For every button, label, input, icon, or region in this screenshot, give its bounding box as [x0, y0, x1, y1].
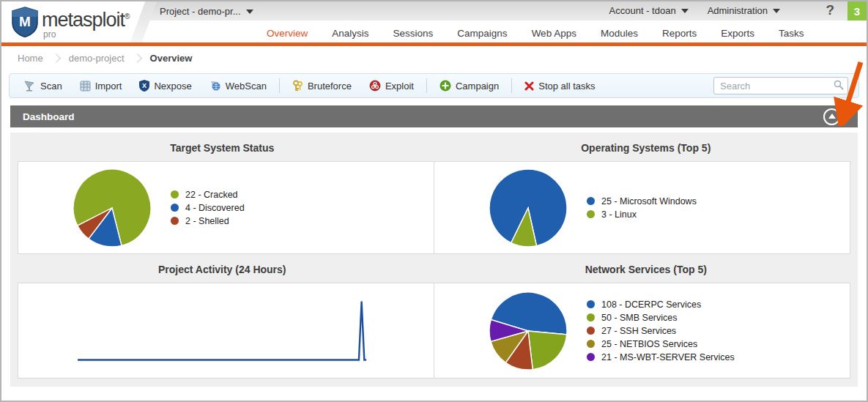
chart-row-1: 22 - Cracked4 - Discovered2 - Shelled 25…	[10, 161, 858, 254]
triangle-up-icon	[828, 113, 836, 119]
campaign-button[interactable]: Campaign	[431, 80, 508, 92]
legend-label: 21 - MS-WBT-SERVER Services	[601, 352, 735, 362]
metasploit-logo[interactable]: M metasploit® pro	[12, 7, 130, 39]
tab-sessions[interactable]: Sessions	[393, 28, 434, 39]
scan-icon	[24, 81, 36, 92]
legend-item: 25 - Microsoft Windows	[587, 196, 697, 206]
tab-reports[interactable]: Reports	[662, 28, 697, 39]
toolbar-separator	[279, 78, 280, 93]
collapse-dashboard-button[interactable]	[823, 108, 840, 125]
caret-down-icon	[246, 10, 253, 14]
stop-x-icon	[524, 81, 534, 91]
legend-label: 27 - SSH Services	[601, 326, 676, 336]
chart-title-target-system-status: Target System Status	[10, 133, 434, 161]
chevron-right-icon	[51, 53, 61, 63]
target-system-status-chart: 22 - Cracked4 - Discovered2 - Shelled	[18, 161, 434, 254]
administration-menu[interactable]: Administration	[708, 5, 780, 16]
tab-modules[interactable]: Modules	[601, 28, 638, 39]
tab-overview[interactable]: Overview	[267, 28, 308, 39]
svg-text:X: X	[142, 82, 146, 89]
account-menu[interactable]: Account - tdoan	[609, 5, 689, 16]
legend-dot-icon	[587, 197, 595, 205]
legend-item: 4 - Discovered	[171, 203, 245, 213]
chart-title-row: Target System Status Operating Systems (…	[10, 133, 858, 161]
operating-systems-chart: 25 - Microsoft Windows3 - Linux	[434, 161, 850, 254]
project-selector[interactable]: Project - demo-pr...	[160, 6, 253, 17]
brand-sub: pro	[43, 30, 130, 39]
search-icon[interactable]	[834, 80, 844, 90]
account-menu-label: Account - tdoan	[609, 5, 676, 16]
import-button[interactable]: Import	[71, 81, 131, 92]
search-input[interactable]	[713, 77, 848, 94]
caret-down-icon	[773, 9, 780, 13]
exploit-label: Exploit	[385, 81, 414, 92]
orange-accent-bar	[1, 42, 867, 46]
legend-label: 2 - Shelled	[185, 216, 229, 226]
legend-dot-icon	[587, 340, 595, 348]
legend-dot-icon	[587, 327, 595, 335]
chart-legend: 22 - Cracked4 - Discovered2 - Shelled	[171, 190, 245, 226]
stop-all-tasks-button[interactable]: Stop all tasks	[516, 81, 604, 92]
chart-title-operating-systems: Operating Systems (Top 5)	[434, 133, 858, 161]
legend-label: 3 - Linux	[601, 209, 637, 220]
tab-campaigns[interactable]: Campaigns	[457, 28, 507, 39]
breadcrumb-project[interactable]: demo-project	[69, 53, 125, 64]
chart-row-2: 108 - DCERPC Services50 - SMB Services27…	[10, 283, 858, 379]
tab-analysis[interactable]: Analysis	[332, 28, 368, 39]
activity-line	[78, 302, 366, 360]
dashboard-header-bar: Dashboard	[10, 105, 858, 127]
app-window: M metasploit® pro Project - demo-pr... A…	[0, 0, 868, 402]
task-toolbar: Scan Import X Nexpose WebScan	[9, 73, 859, 98]
dashboard-title: Dashboard	[23, 111, 75, 122]
legend-dot-icon	[587, 313, 595, 321]
bruteforce-button[interactable]: Bruteforce	[283, 80, 360, 92]
help-button[interactable]: ?	[826, 2, 834, 18]
tab-web-apps[interactable]: Web Apps	[532, 28, 576, 39]
search-container	[713, 77, 848, 94]
legend-item: 108 - DCERPC Services	[587, 299, 735, 310]
chart-title-network-services: Network Services (Top 5)	[434, 254, 858, 283]
webscan-globe-icon	[209, 80, 221, 92]
notification-badge[interactable]: 3	[847, 1, 867, 21]
legend-label: 25 - Microsoft Windows	[601, 196, 697, 206]
legend-label: 50 - SMB Services	[601, 313, 678, 323]
webscan-label: WebScan	[226, 81, 267, 92]
campaign-add-icon	[439, 80, 451, 92]
top-right-menus: Account - tdoan Administration	[609, 5, 780, 16]
legend-item: 27 - SSH Services	[587, 326, 735, 336]
pie-chart	[487, 290, 569, 372]
bruteforce-label: Bruteforce	[308, 81, 352, 92]
chart-title-row: Project Activity (24 Hours) Network Serv…	[10, 254, 858, 283]
legend-item: 2 - Shelled	[171, 216, 245, 226]
nexpose-label: Nexpose	[154, 81, 191, 92]
metasploit-shield-icon: M	[12, 7, 38, 37]
webscan-button[interactable]: WebScan	[201, 80, 275, 92]
svg-text:M: M	[19, 14, 31, 29]
legend-item: 50 - SMB Services	[587, 313, 735, 323]
tab-exports[interactable]: Exports	[721, 28, 754, 39]
project-activity-chart	[18, 283, 434, 379]
legend-dot-icon	[171, 190, 179, 198]
legend-label: 22 - Cracked	[185, 190, 238, 200]
toolbar-separator	[511, 78, 512, 93]
import-label: Import	[95, 81, 122, 92]
legend-item: 3 - Linux	[587, 209, 697, 220]
tab-tasks[interactable]: Tasks	[779, 28, 804, 39]
line-chart	[18, 283, 434, 378]
pie-chart	[487, 167, 569, 249]
chart-legend: 25 - Microsoft Windows3 - Linux	[587, 196, 697, 220]
legend-dot-icon	[587, 300, 595, 308]
main-navigation: Overview Analysis Sessions Campaigns Web…	[267, 28, 804, 39]
bruteforce-keys-icon	[292, 80, 303, 92]
breadcrumb-home[interactable]: Home	[18, 53, 43, 64]
legend-dot-icon	[587, 210, 595, 218]
legend-dot-icon	[171, 204, 179, 212]
nexpose-button[interactable]: X Nexpose	[130, 80, 200, 92]
chart-legend: 108 - DCERPC Services50 - SMB Services27…	[587, 299, 735, 362]
scan-button[interactable]: Scan	[15, 81, 71, 92]
legend-label: 4 - Discovered	[185, 203, 245, 213]
exploit-button[interactable]: Exploit	[360, 80, 423, 92]
pie-chart	[71, 167, 153, 249]
legend-item: 25 - NETBIOS Services	[587, 339, 735, 349]
import-icon	[80, 81, 91, 92]
